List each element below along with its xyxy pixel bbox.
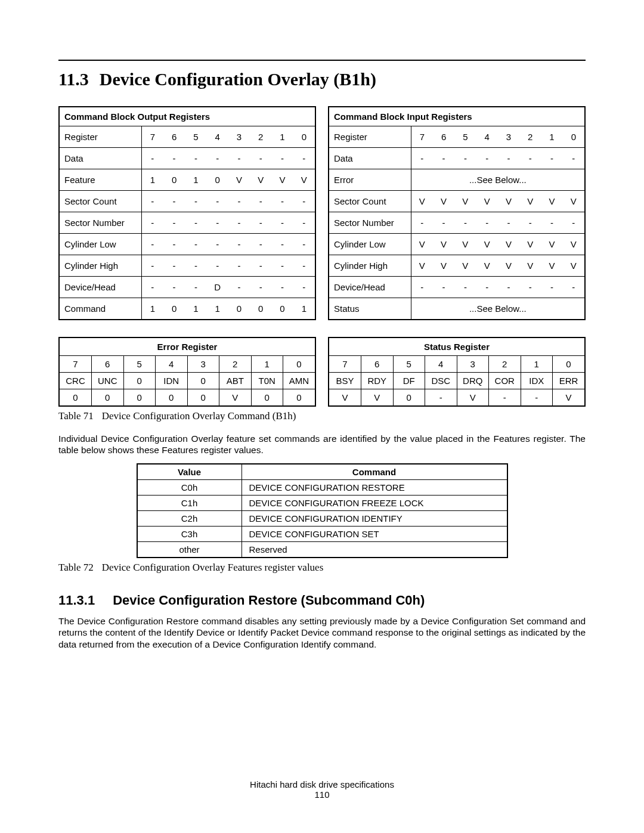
bit-name-cell: DRQ — [457, 373, 489, 389]
bit-value-cell: 0 — [187, 389, 219, 406]
bit-header-cell: 4 — [476, 126, 498, 148]
register-row-label: Command — [60, 298, 141, 320]
register-row-label: Device/Head — [329, 277, 411, 298]
bit-cell: V — [411, 191, 433, 212]
bit-cell: - — [271, 212, 293, 234]
bit-index-cell: 3 — [457, 356, 489, 373]
bit-header-cell: 3 — [498, 126, 519, 148]
bit-index-cell: 0 — [553, 356, 585, 373]
bit-cell: V — [454, 255, 476, 277]
bit-cell: - — [293, 234, 315, 255]
bit-cell: - — [141, 255, 163, 277]
table72-caption: Table 72Device Configuration Overlay Fea… — [58, 562, 586, 574]
features-table: ValueCommandC0hDEVICE CONFIGURATION REST… — [137, 463, 508, 558]
bit-cell: V — [454, 191, 476, 212]
bit-cell: - — [185, 277, 206, 298]
status-register-table: 76543210BSYRDYDFDSCDRQCORIDXERRVV0-V--V — [329, 356, 584, 405]
bit-cell: - — [271, 255, 293, 277]
status-register-box: Status Register 76543210BSYRDYDFDSCDRQCO… — [328, 337, 586, 407]
bit-cell: D — [207, 277, 228, 298]
header-rule — [58, 60, 586, 61]
bit-cell: - — [228, 277, 250, 298]
status-register-title: Status Register — [329, 338, 584, 356]
bit-cell: - — [498, 148, 519, 169]
bit-cell: - — [163, 212, 185, 234]
bit-index-cell: 2 — [489, 356, 521, 373]
bit-cell: V — [433, 234, 454, 255]
bit-index-cell: 4 — [425, 356, 457, 373]
bit-cell: - — [454, 148, 476, 169]
bit-cell: - — [163, 234, 185, 255]
error-register-box: Error Register 76543210CRCUNC0IDN0ABTT0N… — [58, 337, 316, 407]
bit-name-cell: COR — [489, 373, 521, 389]
bit-cell: - — [185, 234, 206, 255]
see-below-cell: ...See Below... — [411, 169, 584, 191]
bit-cell: - — [228, 255, 250, 277]
bit-cell: 1 — [141, 169, 163, 191]
bit-value-cell: 0 — [92, 389, 124, 406]
bit-header-cell: 3 — [228, 126, 250, 148]
register-row-label: Sector Number — [329, 212, 411, 234]
bit-cell: - — [433, 148, 454, 169]
bit-index-cell: 5 — [123, 356, 156, 373]
bit-cell: - — [519, 148, 541, 169]
bit-cell: 0 — [163, 298, 185, 320]
input-registers-table: Register76543210Data--------Error...See … — [329, 126, 584, 319]
bit-cell: - — [411, 277, 433, 298]
bit-value-cell: - — [521, 389, 553, 406]
bit-value-cell: V — [457, 389, 489, 406]
register-row-label: Sector Count — [60, 191, 141, 212]
bit-cell: - — [228, 212, 250, 234]
bit-cell: V — [476, 191, 498, 212]
bit-cell: V — [476, 255, 498, 277]
features-command-cell: DEVICE CONFIGURATION IDENTIFY — [242, 510, 507, 526]
bit-name-cell: T0N — [251, 373, 283, 389]
table72-label: Table 72 — [58, 562, 94, 573]
bit-header-cell: 1 — [271, 126, 293, 148]
bit-index-cell: 0 — [283, 356, 315, 373]
bit-index-cell: 6 — [361, 356, 394, 373]
bit-cell: 0 — [228, 298, 250, 320]
paragraph-1: Individual Device Configuration Overlay … — [58, 433, 586, 456]
features-command-cell: DEVICE CONFIGURATION FREEZE LOCK — [242, 495, 507, 510]
bit-cell: - — [411, 148, 433, 169]
bit-cell: 0 — [163, 169, 185, 191]
subsection-title-text: Device Configuration Restore (Subcommand… — [113, 593, 425, 608]
bit-name-cell: UNC — [92, 373, 124, 389]
bit-cell: - — [163, 255, 185, 277]
bit-value-cell: V — [329, 389, 361, 406]
bit-cell: - — [293, 255, 315, 277]
bit-cell: - — [141, 191, 163, 212]
bit-value-cell: V — [553, 389, 585, 406]
bit-cell: V — [541, 255, 562, 277]
bit-name-cell: AMN — [283, 373, 315, 389]
bit-name-cell: ABT — [219, 373, 252, 389]
section-heading: 11.3Device Configuration Overlay (B1h) — [58, 69, 586, 89]
bit-index-cell: 5 — [393, 356, 425, 373]
bit-header-cell: 1 — [541, 126, 562, 148]
output-registers-table: Register76543210Data--------Feature1010V… — [60, 126, 315, 319]
bit-cell: - — [250, 234, 271, 255]
bit-cell: V — [541, 191, 562, 212]
bit-cell: - — [271, 148, 293, 169]
bit-cell: V — [411, 255, 433, 277]
bit-header-cell: 7 — [411, 126, 433, 148]
bit-cell: - — [519, 277, 541, 298]
bit-header-cell: 5 — [454, 126, 476, 148]
bit-cell: - — [541, 212, 562, 234]
bit-cell: - — [271, 234, 293, 255]
bit-cell: - — [293, 148, 315, 169]
bit-cell: - — [228, 191, 250, 212]
registers-tables-pair: Command Block Output Registers Register7… — [58, 106, 586, 320]
register-row-label: Register — [329, 126, 411, 148]
bit-cell: - — [250, 255, 271, 277]
bit-header-cell: 7 — [141, 126, 163, 148]
bit-cell: - — [185, 191, 206, 212]
bit-cell: - — [250, 148, 271, 169]
bit-cell: V — [498, 255, 519, 277]
bit-cell: - — [454, 212, 476, 234]
bit-index-cell: 1 — [521, 356, 553, 373]
bit-index-cell: 7 — [329, 356, 361, 373]
register-row-label: Data — [60, 148, 141, 169]
bit-cell: - — [541, 148, 562, 169]
